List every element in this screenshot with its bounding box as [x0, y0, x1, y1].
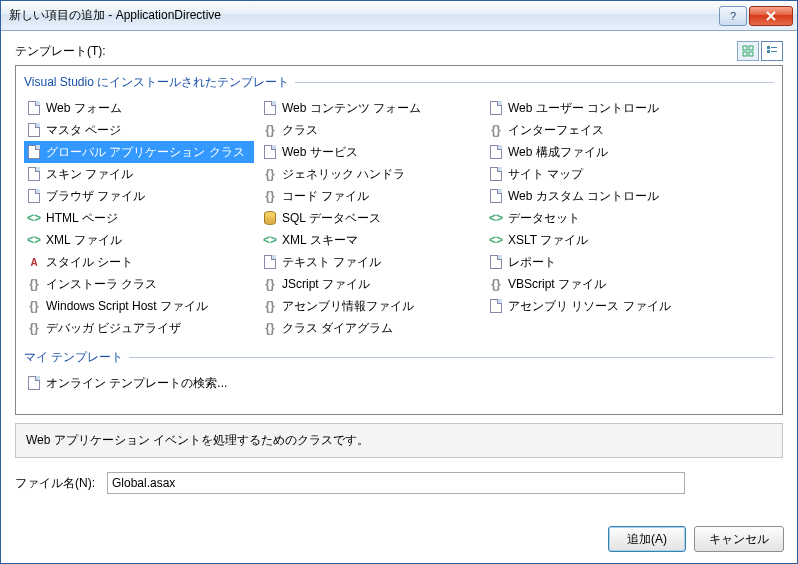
template-label: マスタ ページ: [46, 122, 121, 139]
template-item[interactable]: <>XML ファイル: [24, 229, 254, 251]
template-label: データセット: [508, 210, 580, 227]
template-item[interactable]: Web カスタム コントロール: [486, 185, 726, 207]
template-label: インストーラ クラス: [46, 276, 157, 293]
svg-rect-7: [771, 51, 777, 52]
template-item[interactable]: Web フォーム: [24, 97, 254, 119]
template-item[interactable]: Aスタイル シート: [24, 251, 254, 273]
template-item[interactable]: {}インターフェイス: [486, 119, 726, 141]
template-label: レポート: [508, 254, 556, 271]
template-item[interactable]: レポート: [486, 251, 726, 273]
template-item[interactable]: スキン ファイル: [24, 163, 254, 185]
template-item[interactable]: マスタ ページ: [24, 119, 254, 141]
template-label: アセンブリ リソース ファイル: [508, 298, 671, 315]
template-label: XML スキーマ: [282, 232, 358, 249]
template-item[interactable]: <>XML スキーマ: [260, 229, 480, 251]
template-label: Web 構成ファイル: [508, 144, 608, 161]
template-label: JScript ファイル: [282, 276, 370, 293]
template-item[interactable]: ブラウザ ファイル: [24, 185, 254, 207]
template-item[interactable]: {}デバッガ ビジュアライザ: [24, 317, 254, 339]
template-label: HTML ページ: [46, 210, 118, 227]
template-icon: [262, 254, 278, 270]
template-label: コード ファイル: [282, 188, 369, 205]
help-button[interactable]: ?: [719, 6, 747, 26]
template-label: スキン ファイル: [46, 166, 133, 183]
template-icon: {}: [262, 298, 278, 314]
template-icon: {}: [262, 320, 278, 336]
template-label: SQL データベース: [282, 210, 381, 227]
template-icon: [488, 144, 504, 160]
template-icon: <>: [488, 210, 504, 226]
template-icon: A: [26, 254, 42, 270]
template-icon: [26, 188, 42, 204]
template-icon: [26, 100, 42, 116]
template-item[interactable]: Web 構成ファイル: [486, 141, 726, 163]
template-label: アセンブリ情報ファイル: [282, 298, 414, 315]
template-item[interactable]: オンライン テンプレートの検索...: [24, 372, 774, 394]
template-label: VBScript ファイル: [508, 276, 606, 293]
template-item[interactable]: Web コンテンツ フォーム: [260, 97, 480, 119]
description-panel: Web アプリケーション イベントを処理するためのクラスです。: [15, 423, 783, 458]
template-label: XML ファイル: [46, 232, 122, 249]
my-templates-grid: オンライン テンプレートの検索...: [24, 372, 774, 394]
template-item[interactable]: テキスト ファイル: [260, 251, 480, 273]
template-item[interactable]: {}Windows Script Host ファイル: [24, 295, 254, 317]
svg-rect-0: [743, 46, 747, 50]
close-button[interactable]: [749, 6, 793, 26]
template-item[interactable]: {}クラス: [260, 119, 480, 141]
template-item[interactable]: {}コード ファイル: [260, 185, 480, 207]
template-icon: {}: [26, 298, 42, 314]
filename-input[interactable]: [107, 472, 685, 494]
template-label: インターフェイス: [508, 122, 604, 139]
template-item[interactable]: Web サービス: [260, 141, 480, 163]
template-icon: [262, 144, 278, 160]
template-icon: <>: [26, 210, 42, 226]
template-item[interactable]: <>HTML ページ: [24, 207, 254, 229]
template-icon: {}: [488, 276, 504, 292]
cancel-button[interactable]: キャンセル: [694, 526, 784, 552]
filename-label: ファイル名(N):: [15, 475, 95, 492]
close-icon: [766, 11, 776, 21]
view-large-icons-button[interactable]: [737, 41, 759, 61]
template-icon: [262, 100, 278, 116]
template-item[interactable]: {}ジェネリック ハンドラ: [260, 163, 480, 185]
template-icon: {}: [262, 276, 278, 292]
template-item[interactable]: {}アセンブリ情報ファイル: [260, 295, 480, 317]
template-label: クラス: [282, 122, 318, 139]
add-button[interactable]: 追加(A): [608, 526, 686, 552]
template-list[interactable]: Visual Studio にインストールされたテンプレート Web フォームマ…: [15, 65, 783, 415]
window-buttons: ?: [719, 6, 793, 26]
template-item[interactable]: {}インストーラ クラス: [24, 273, 254, 295]
template-icon: <>: [26, 232, 42, 248]
template-icon: {}: [262, 122, 278, 138]
template-icon: {}: [488, 122, 504, 138]
template-icon: <>: [488, 232, 504, 248]
template-item[interactable]: グローバル アプリケーション クラス: [24, 141, 254, 163]
template-item[interactable]: <>データセット: [486, 207, 726, 229]
svg-rect-3: [749, 52, 753, 56]
large-icons-icon: [742, 45, 754, 57]
svg-rect-1: [749, 46, 753, 50]
template-icon: [488, 254, 504, 270]
svg-rect-6: [771, 47, 777, 48]
template-icon: <>: [262, 232, 278, 248]
template-item[interactable]: {}JScript ファイル: [260, 273, 480, 295]
template-item[interactable]: SQL データベース: [260, 207, 480, 229]
template-item[interactable]: Web ユーザー コントロール: [486, 97, 726, 119]
view-toggle: [737, 41, 783, 61]
template-icon: {}: [262, 188, 278, 204]
template-label: XSLT ファイル: [508, 232, 588, 249]
templates-label: テンプレート(T):: [15, 43, 737, 60]
template-icon: [26, 375, 42, 391]
template-item[interactable]: <>XSLT ファイル: [486, 229, 726, 251]
template-label: グローバル アプリケーション クラス: [46, 144, 245, 161]
template-item[interactable]: {}VBScript ファイル: [486, 273, 726, 295]
window-title: 新しい項目の追加 - ApplicationDirective: [9, 7, 719, 24]
template-item[interactable]: {}クラス ダイアグラム: [260, 317, 480, 339]
view-small-icons-button[interactable]: [761, 41, 783, 61]
template-icon: [26, 144, 42, 160]
template-label: スタイル シート: [46, 254, 133, 271]
template-icon: [26, 122, 42, 138]
small-icons-icon: [766, 45, 778, 57]
template-item[interactable]: アセンブリ リソース ファイル: [486, 295, 726, 317]
template-item[interactable]: サイト マップ: [486, 163, 726, 185]
